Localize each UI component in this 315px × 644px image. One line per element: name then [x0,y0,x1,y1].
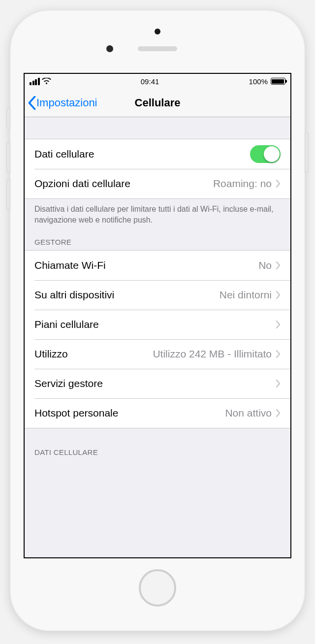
usage-label: Utilizzo [34,348,68,360]
cellular-plans-row[interactable]: Piani cellulare [25,310,290,339]
cellular-data-toggle[interactable] [250,145,281,163]
navigation-bar: Impostazioni Cellulare [25,89,290,117]
cellular-data-group: Dati cellulare Opzioni dati cellulare Ro… [25,117,290,225]
chevron-right-icon [276,321,281,328]
carrier-services-row[interactable]: Servizi gestore [25,369,290,398]
battery-icon [271,78,285,85]
chevron-right-icon [276,380,281,387]
device-bottom-bezel [24,558,291,617]
volume-down-button [7,180,10,209]
cellular-data-row[interactable]: Dati cellulare [25,139,290,169]
chevron-right-icon [276,350,281,358]
power-button [305,133,308,172]
back-button[interactable]: Impostazioni [25,96,97,110]
back-label: Impostazioni [36,97,97,109]
personal-hotspot-row[interactable]: Hotspot personale Non attivo [25,398,290,428]
usage-value: Utilizzo 242 MB - Illimitato [153,348,272,360]
chevron-right-icon [276,261,281,269]
wifi-calling-value: No [258,259,272,271]
other-devices-label: Su altri dispositivi [34,289,114,301]
cellular-data-footer: Disattiva i dati cellulare per limitare … [25,199,290,225]
battery-percentage: 100% [249,77,268,86]
cellular-data-apps-header: DATI CELLULARE [25,428,290,460]
chevron-left-icon [28,96,36,110]
earpiece-speaker [138,46,177,51]
other-devices-row[interactable]: Su altri dispositivi Nei dintorni [25,280,290,310]
wifi-icon [42,78,51,85]
cellular-data-label: Dati cellulare [34,148,94,160]
chevron-right-icon [276,409,281,417]
cellular-data-options-label: Opzioni dati cellulare [34,178,130,190]
cellular-data-apps-group: DATI CELLULARE [25,428,290,460]
mute-switch [7,108,10,128]
volume-up-button [7,143,10,172]
wifi-calling-row[interactable]: Chiamate Wi-Fi No [25,251,290,280]
front-camera [106,45,113,52]
proximity-sensor [155,29,160,34]
chevron-right-icon [276,180,281,188]
status-bar: 09:41 100% [25,74,290,89]
cellular-data-options-value: Roaming: no [213,178,272,190]
other-devices-value: Nei dintorni [220,289,272,301]
personal-hotspot-value: Non attivo [225,407,272,419]
status-time: 09:41 [141,77,159,86]
cellular-signal-icon [30,78,40,85]
carrier-group: GESTORE Chiamate Wi-Fi No Su altri dispo… [25,225,290,428]
carrier-header: GESTORE [25,225,290,250]
personal-hotspot-label: Hotspot personale [34,407,118,419]
carrier-services-label: Servizi gestore [34,378,103,389]
device-top-bezel [24,24,291,73]
iphone-device-frame: 09:41 100% Impostazioni Cellulare Dati c… [10,10,305,631]
usage-row[interactable]: Utilizzo Utilizzo 242 MB - Illimitato [25,339,290,369]
cellular-plans-label: Piani cellulare [34,319,99,330]
home-button[interactable] [139,569,176,607]
wifi-calling-label: Chiamate Wi-Fi [34,259,106,271]
screen: 09:41 100% Impostazioni Cellulare Dati c… [24,73,291,558]
page-title: Cellulare [135,97,181,109]
cellular-data-options-row[interactable]: Opzioni dati cellulare Roaming: no [25,169,290,198]
chevron-right-icon [276,291,281,299]
